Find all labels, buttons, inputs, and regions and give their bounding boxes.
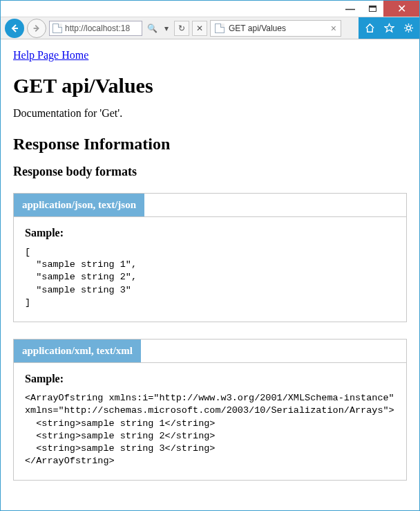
toolbar-right <box>359 17 419 39</box>
address-dropdown[interactable]: ▾ <box>162 24 171 33</box>
tab-title: GET api/Values <box>229 24 327 33</box>
maximize-button[interactable] <box>361 1 383 17</box>
format-panel-xml: application/xml, text/xml Sample: <Array… <box>13 339 407 481</box>
sample-code: <ArrayOfstring xmlns:i="http://www.w3.or… <box>25 392 395 467</box>
titlebar: — ✕ <box>1 1 419 17</box>
tab-close-button[interactable]: × <box>331 23 336 34</box>
format-panel-json: application/json, text/json Sample: [ "s… <box>13 193 407 322</box>
svg-line-9 <box>405 25 406 26</box>
page-title: GET api/Values <box>13 74 407 97</box>
stop-button[interactable]: ✕ <box>192 21 207 36</box>
svg-line-11 <box>405 30 406 32</box>
forward-button[interactable] <box>27 19 46 38</box>
refresh-button[interactable]: ↻ <box>174 21 189 36</box>
browser-tab[interactable]: GET api/Values × <box>210 20 341 37</box>
page-content: Help Page Home GET api/Values Documentat… <box>1 39 419 510</box>
help-home-link[interactable]: Help Page Home <box>13 49 88 61</box>
close-button[interactable]: ✕ <box>383 1 419 17</box>
section-title: Response Information <box>13 135 407 154</box>
back-button[interactable] <box>5 19 24 38</box>
minimize-button[interactable]: — <box>339 1 361 17</box>
browser-toolbar: http://localhost:18 🔍 ▾ ↻ ✕ GET api/Valu… <box>1 17 419 39</box>
favorites-icon[interactable] <box>382 23 396 33</box>
search-icon[interactable]: 🔍 <box>145 24 159 33</box>
tools-icon[interactable] <box>401 23 415 33</box>
browser-window: — ✕ http://localhost:18 🔍 ▾ ↻ ✕ GET api/… <box>0 0 420 511</box>
address-text: http://localhost:18 <box>65 24 130 33</box>
svg-line-10 <box>410 30 412 32</box>
svg-line-12 <box>410 25 412 26</box>
sample-code: [ "sample string 1", "sample string 2", … <box>25 246 395 309</box>
panel-header: application/xml, text/xml <box>14 340 141 362</box>
panel-header-wrap: application/json, text/json <box>14 194 406 217</box>
page-icon <box>52 24 62 33</box>
svg-point-4 <box>406 26 410 30</box>
address-bar[interactable]: http://localhost:18 <box>49 21 142 36</box>
panel-header: application/json, text/json <box>14 194 144 216</box>
sample-label: Sample: <box>25 227 395 239</box>
sample-label: Sample: <box>25 373 395 385</box>
panel-body: Sample: <ArrayOfstring xmlns:i="http://w… <box>14 363 406 480</box>
page-icon <box>215 24 225 33</box>
page-doc: Documentation for 'Get'. <box>13 107 407 120</box>
home-icon[interactable] <box>363 23 376 33</box>
subsection-title: Response body formats <box>13 165 407 179</box>
panel-header-wrap: application/xml, text/xml <box>14 340 406 363</box>
panel-body: Sample: [ "sample string 1", "sample str… <box>14 217 406 322</box>
